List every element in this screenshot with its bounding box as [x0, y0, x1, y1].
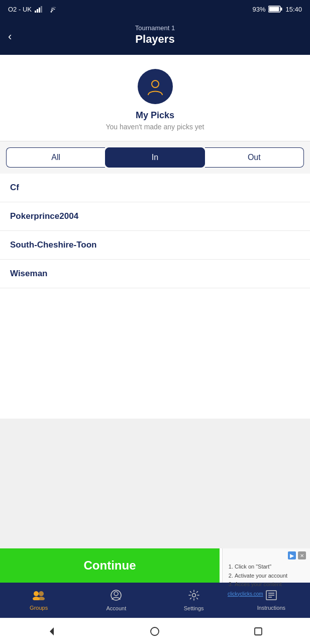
battery-label: 93% — [252, 6, 265, 13]
svg-rect-7 — [269, 7, 279, 12]
ad-step-3: Acces your content — [235, 580, 305, 589]
svg-rect-23 — [255, 628, 262, 635]
status-bar: O2 - UK 93% 15:40 — [0, 0, 310, 18]
continue-button[interactable]: Continue — [0, 548, 220, 583]
home-system-button[interactable] — [145, 621, 165, 641]
avatar — [138, 69, 173, 104]
svg-point-4 — [51, 11, 52, 13]
my-picks-subtitle: You haven't made any picks yet — [106, 123, 204, 131]
ad-controls: ▶ ✕ — [288, 551, 306, 559]
ad-step-1: Click on "Start" — [235, 562, 305, 572]
ad-panel: ▶ ✕ Click on "Start" Activate your accou… — [222, 548, 310, 583]
nav-groups[interactable]: Groups — [0, 586, 77, 615]
nav-settings[interactable]: Settings — [155, 586, 233, 615]
ad-steps: Click on "Start" Activate your account A… — [228, 562, 305, 589]
settings-label: Settings — [184, 605, 204, 611]
player-item[interactable]: Cf — [0, 174, 310, 202]
time-label: 15:40 — [285, 6, 302, 13]
nav-instructions[interactable]: Instructions — [233, 586, 310, 615]
filter-out-button[interactable]: Out — [205, 147, 304, 168]
svg-point-10 — [34, 591, 39, 596]
svg-rect-3 — [41, 6, 42, 13]
svg-point-15 — [114, 592, 118, 596]
my-picks-section: My Picks You haven't made any picks yet — [0, 55, 310, 141]
svg-point-8 — [145, 76, 166, 97]
player-item[interactable]: South-Cheshire-Toon — [0, 231, 310, 260]
svg-rect-0 — [35, 11, 36, 13]
system-nav — [0, 618, 310, 644]
recents-system-button[interactable] — [248, 621, 268, 641]
ad-info-icon[interactable]: ▶ — [288, 551, 296, 559]
account-icon — [111, 590, 122, 604]
svg-rect-2 — [39, 8, 40, 13]
svg-point-13 — [38, 597, 45, 600]
player-item[interactable]: Wiseman — [0, 260, 310, 288]
player-list: Cf Pokerprince2004 South-Cheshire-Toon W… — [0, 174, 310, 419]
svg-rect-6 — [281, 8, 282, 11]
header: ‹ Tournament 1 Players — [0, 18, 310, 55]
signal-icon — [35, 6, 44, 13]
svg-rect-1 — [37, 9, 38, 13]
back-button[interactable]: ‹ — [8, 30, 12, 43]
battery-icon — [268, 6, 282, 13]
ad-step-2: Activate your account — [235, 572, 305, 581]
ad-close-button[interactable]: ✕ — [298, 551, 306, 559]
player-item[interactable]: Pokerprince2004 — [0, 202, 310, 231]
filter-row: All In Out — [0, 141, 310, 174]
groups-label: Groups — [30, 605, 48, 611]
tournament-name: Tournament 1 — [135, 24, 175, 32]
svg-marker-21 — [50, 627, 54, 635]
bottom-action: Continue ▶ ✕ Click on "Start" Activate y… — [0, 548, 310, 583]
spacer — [0, 419, 310, 549]
nav-account[interactable]: Account — [77, 586, 155, 615]
svg-point-11 — [39, 591, 44, 596]
back-system-button[interactable] — [42, 621, 62, 641]
filter-all-button[interactable]: All — [6, 147, 105, 168]
main-content: My Picks You haven't made any picks yet … — [0, 55, 310, 583]
carrier-label: O2 - UK — [8, 6, 32, 13]
svg-point-16 — [192, 593, 195, 597]
account-label: Account — [107, 605, 127, 611]
status-left: O2 - UK — [8, 6, 56, 13]
svg-point-22 — [151, 627, 159, 635]
ad-link[interactable]: clickyclicks.com — [228, 591, 305, 597]
groups-icon — [32, 590, 45, 603]
user-icon — [145, 76, 166, 97]
filter-in-button[interactable]: In — [105, 147, 204, 168]
instructions-label: Instructions — [257, 605, 285, 611]
page-title: Players — [135, 33, 174, 46]
settings-icon — [188, 590, 199, 604]
my-picks-title: My Picks — [136, 110, 174, 121]
status-right: 93% 15:40 — [252, 6, 302, 13]
wifi-icon — [47, 6, 56, 13]
